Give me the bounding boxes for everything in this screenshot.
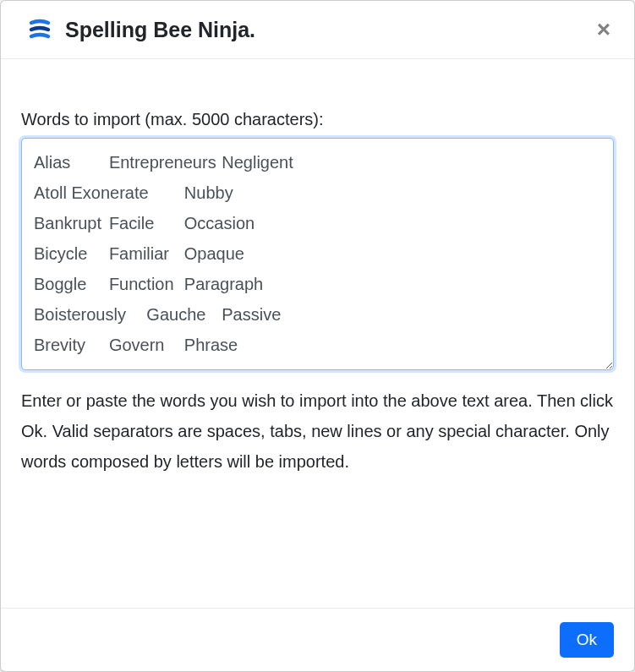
close-button[interactable]: ×: [594, 18, 614, 41]
header-left: Spelling Bee Ninja.: [26, 16, 255, 43]
close-icon: ×: [597, 16, 610, 42]
ok-button[interactable]: Ok: [560, 622, 614, 658]
dialog-title: Spelling Bee Ninja.: [65, 18, 255, 42]
dialog-header: Spelling Bee Ninja. ×: [1, 1, 634, 59]
dialog-footer: Ok: [1, 608, 634, 671]
app-logo-icon: [26, 16, 53, 43]
words-label: Words to import (max. 5000 characters):: [21, 110, 614, 129]
dialog-body: Words to import (max. 5000 characters): …: [1, 59, 634, 608]
help-text: Enter or paste the words you wish to imp…: [21, 385, 614, 477]
import-words-dialog: Spelling Bee Ninja. × Words to import (m…: [0, 0, 635, 672]
words-textarea[interactable]: Alias Entrepreneurs Negligent Atoll Exon…: [21, 138, 614, 370]
